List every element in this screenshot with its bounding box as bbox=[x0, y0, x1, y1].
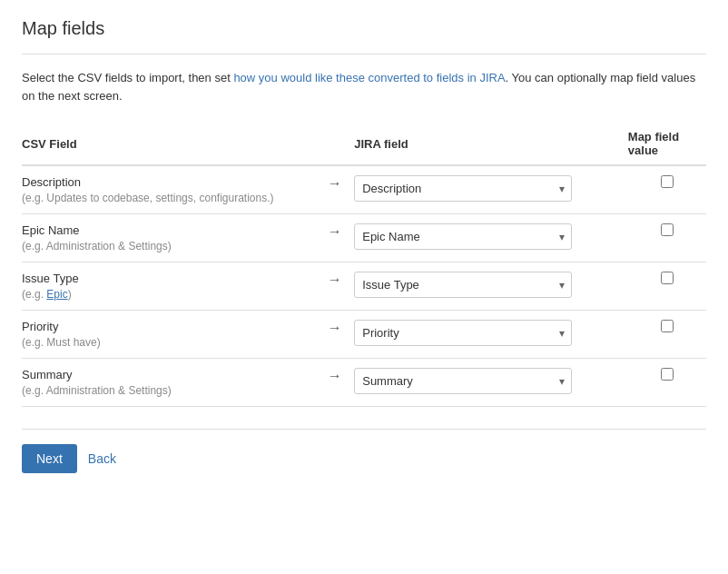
csv-field-example-epic-name: (e.g. Administration & Settings) bbox=[22, 240, 315, 252]
arrow-cell-summary: → bbox=[315, 359, 354, 407]
table-row: Priority(e.g. Must have)→DescriptionEpic… bbox=[22, 311, 706, 359]
th-map-field-value: Map field value bbox=[628, 123, 706, 165]
jira-select-wrapper-issue-type: DescriptionEpic NameIssue TypePrioritySu… bbox=[354, 272, 572, 298]
map-checkbox-issue-type[interactable] bbox=[661, 272, 674, 284]
back-button[interactable]: Back bbox=[88, 451, 116, 466]
jira-field-cell-epic-name: DescriptionEpic NameIssue TypePrioritySu… bbox=[354, 214, 628, 262]
table-row: Summary(e.g. Administration & Settings)→… bbox=[22, 359, 706, 407]
arrow-cell-description: → bbox=[315, 165, 354, 214]
map-checkbox-cell-epic-name bbox=[628, 214, 706, 262]
table-row: Issue Type(e.g. Epic)→DescriptionEpic Na… bbox=[22, 262, 706, 311]
jira-select-priority[interactable]: DescriptionEpic NameIssue TypePrioritySu… bbox=[354, 320, 572, 346]
csv-field-cell-issue-type: Issue Type(e.g. Epic) bbox=[22, 262, 315, 311]
jira-select-epic-name[interactable]: DescriptionEpic NameIssue TypePrioritySu… bbox=[354, 223, 572, 250]
jira-select-wrapper-priority: DescriptionEpic NameIssue TypePrioritySu… bbox=[354, 320, 572, 346]
map-checkbox-cell-priority bbox=[628, 311, 706, 359]
jira-select-description[interactable]: DescriptionEpic NameIssue TypePrioritySu… bbox=[354, 175, 572, 202]
csv-field-example-issue-type: (e.g. Epic) bbox=[22, 288, 315, 301]
csv-field-cell-priority: Priority(e.g. Must have) bbox=[22, 311, 315, 359]
csv-field-name-issue-type: Issue Type bbox=[22, 272, 315, 285]
csv-field-example-summary: (e.g. Administration & Settings) bbox=[22, 384, 315, 397]
csv-field-cell-epic-name: Epic Name(e.g. Administration & Settings… bbox=[22, 214, 315, 262]
csv-field-cell-summary: Summary(e.g. Administration & Settings) bbox=[22, 359, 315, 407]
next-button[interactable]: Next bbox=[22, 444, 77, 473]
csv-field-name-priority: Priority bbox=[22, 320, 315, 333]
title-divider bbox=[22, 54, 706, 54]
page-container: Map fields Select the CSV fields to impo… bbox=[0, 0, 728, 491]
map-checkbox-description[interactable] bbox=[661, 175, 674, 188]
th-csv-field: CSV Field bbox=[22, 123, 315, 165]
jira-select-wrapper-summary: DescriptionEpic NameIssue TypePrioritySu… bbox=[354, 368, 572, 394]
th-jira-field: JIRA field bbox=[354, 123, 628, 165]
csv-field-name-epic-name: Epic Name bbox=[22, 223, 315, 237]
table-row: Description(e.g. Updates to codebase, se… bbox=[22, 165, 706, 214]
arrow-cell-epic-name: → bbox=[315, 214, 354, 262]
csv-example-link-issue-type[interactable]: Epic bbox=[46, 288, 67, 301]
map-checkbox-cell-issue-type bbox=[628, 262, 706, 311]
page-title: Map fields bbox=[22, 18, 706, 39]
jira-field-cell-description: DescriptionEpic NameIssue TypePrioritySu… bbox=[354, 165, 628, 214]
description-link[interactable]: how you would like these converted to fi… bbox=[233, 71, 505, 84]
jira-select-wrapper-epic-name: DescriptionEpic NameIssue TypePrioritySu… bbox=[354, 223, 572, 250]
map-checkbox-summary[interactable] bbox=[661, 368, 674, 381]
arrow-cell-issue-type: → bbox=[315, 262, 354, 311]
map-checkbox-cell-summary bbox=[628, 359, 706, 407]
map-checkbox-cell-description bbox=[628, 165, 706, 214]
jira-field-cell-issue-type: DescriptionEpic NameIssue TypePrioritySu… bbox=[354, 262, 628, 311]
jira-field-cell-priority: DescriptionEpic NameIssue TypePrioritySu… bbox=[354, 311, 628, 359]
jira-field-cell-summary: DescriptionEpic NameIssue TypePrioritySu… bbox=[354, 359, 628, 407]
table-row: Epic Name(e.g. Administration & Settings… bbox=[22, 214, 706, 262]
map-checkbox-epic-name[interactable] bbox=[661, 223, 674, 236]
jira-select-issue-type[interactable]: DescriptionEpic NameIssue TypePrioritySu… bbox=[354, 272, 572, 298]
description-text: Select the CSV fields to import, then se… bbox=[22, 69, 706, 104]
field-mapping-table: CSV Field JIRA field Map field value Des… bbox=[22, 123, 706, 407]
csv-field-name-summary: Summary bbox=[22, 368, 315, 381]
map-checkbox-priority[interactable] bbox=[661, 320, 674, 332]
arrow-cell-priority: → bbox=[315, 311, 354, 359]
table-header-row: CSV Field JIRA field Map field value bbox=[22, 123, 706, 165]
csv-field-name-description: Description bbox=[22, 175, 315, 189]
jira-select-wrapper-description: DescriptionEpic NameIssue TypePrioritySu… bbox=[354, 175, 572, 202]
csv-field-example-description: (e.g. Updates to codebase, settings, con… bbox=[22, 192, 315, 204]
footer-divider bbox=[22, 429, 706, 430]
footer-buttons: Next Back bbox=[22, 444, 706, 473]
jira-select-summary[interactable]: DescriptionEpic NameIssue TypePrioritySu… bbox=[354, 368, 572, 394]
csv-field-cell-description: Description(e.g. Updates to codebase, se… bbox=[22, 165, 315, 214]
csv-field-example-priority: (e.g. Must have) bbox=[22, 336, 315, 349]
